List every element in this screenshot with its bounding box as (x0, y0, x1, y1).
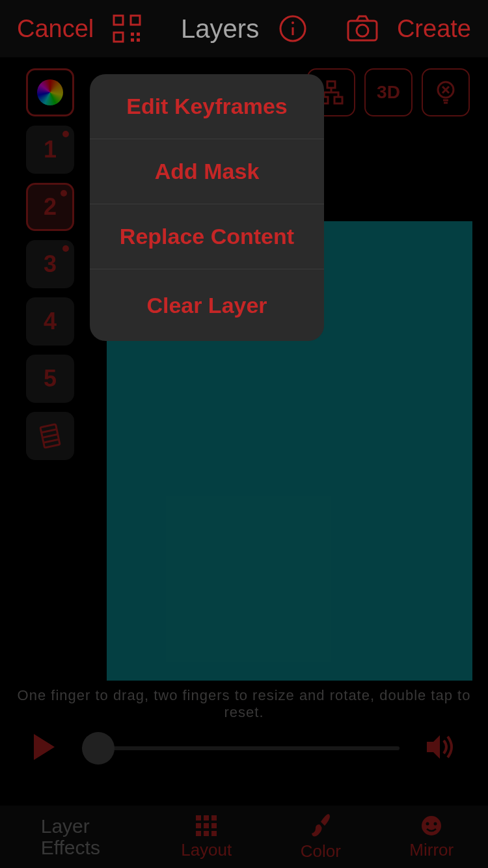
svg-marker-25 (427, 735, 440, 759)
svg-rect-5 (131, 38, 134, 42)
layer-context-menu: Edit Keyframes Add Mask Replace Content … (90, 74, 324, 341)
qr-icon[interactable] (112, 14, 142, 44)
tab-label: Color (301, 841, 341, 861)
svg-marker-24 (34, 734, 55, 760)
page-title: Layers (181, 14, 259, 44)
layer-label: 3 (44, 251, 57, 278)
tab-color[interactable]: Color (301, 813, 341, 861)
indicator-dot-icon (61, 190, 67, 197)
layer-sidebar: 1 2 3 4 5 (26, 68, 74, 460)
lightbulb-x-icon (433, 79, 459, 105)
menu-add-mask[interactable]: Add Mask (90, 139, 324, 204)
svg-line-13 (42, 429, 57, 433)
svg-line-14 (42, 435, 57, 438)
tab-label: Mirror (409, 840, 454, 860)
top-bar: Cancel Layers (0, 0, 488, 57)
info-icon[interactable] (278, 14, 307, 43)
color-picker-button[interactable] (26, 68, 74, 116)
svg-rect-28 (211, 815, 217, 821)
3d-button[interactable]: 3D (364, 68, 413, 116)
menu-edit-keyframes[interactable]: Edit Keyframes (90, 74, 324, 139)
layer-effects-label: Layer Effects (34, 815, 113, 858)
layer-2-button[interactable]: 2 (26, 183, 74, 231)
indicator-dot-icon (62, 245, 69, 252)
svg-rect-31 (211, 823, 217, 828)
layer-4-button[interactable]: 4 (26, 297, 74, 346)
layer-3-button[interactable]: 3 (26, 240, 74, 288)
volume-button[interactable] (426, 734, 455, 763)
svg-rect-34 (211, 831, 217, 836)
svg-rect-16 (327, 81, 335, 88)
svg-rect-32 (196, 831, 201, 836)
svg-point-35 (422, 816, 441, 835)
layer-1-button[interactable]: 1 (26, 126, 74, 174)
slider-track (82, 746, 400, 750)
filmstrip-icon (36, 422, 64, 450)
menu-clear-layer[interactable]: Clear Layer (90, 269, 324, 341)
svg-rect-0 (114, 16, 123, 25)
svg-rect-1 (131, 16, 140, 25)
svg-rect-3 (131, 33, 134, 36)
svg-rect-26 (196, 815, 201, 821)
timeline-slider[interactable] (82, 746, 400, 750)
svg-point-11 (357, 25, 368, 36)
three-d-label: 3D (377, 82, 400, 103)
play-button[interactable] (33, 733, 56, 764)
svg-rect-27 (204, 815, 209, 821)
grid-icon (195, 814, 218, 837)
layer-label: 2 (44, 193, 57, 221)
svg-rect-2 (114, 33, 123, 42)
svg-rect-33 (204, 831, 209, 836)
color-wheel-icon (37, 79, 63, 105)
svg-point-9 (291, 21, 294, 24)
layer-5-button[interactable]: 5 (26, 355, 74, 403)
layer-label: 4 (44, 308, 57, 335)
svg-rect-4 (137, 33, 140, 36)
tab-label: Layout (181, 840, 232, 860)
svg-rect-18 (334, 97, 342, 103)
bottom-tab-bar: Layer Effects Layout Color Mirror (0, 806, 488, 868)
menu-replace-content[interactable]: Replace Content (90, 204, 324, 269)
svg-rect-6 (137, 38, 140, 42)
layer-label: 1 (44, 136, 57, 163)
brush-icon (309, 813, 332, 839)
indicator-dot-icon (62, 131, 69, 137)
layer-label: 5 (44, 365, 57, 392)
svg-rect-30 (204, 823, 209, 828)
face-icon (420, 814, 443, 837)
svg-point-36 (426, 822, 429, 825)
playback-bar (0, 726, 488, 771)
svg-line-15 (44, 439, 59, 442)
gesture-hint: One finger to drag, two fingers to resiz… (0, 687, 488, 721)
keyframes-button[interactable] (26, 412, 74, 460)
cancel-button[interactable]: Cancel (17, 15, 94, 43)
camera-icon[interactable] (346, 14, 379, 43)
lightbulb-button[interactable] (422, 68, 470, 116)
tab-layout[interactable]: Layout (181, 814, 232, 860)
create-button[interactable]: Create (397, 15, 471, 43)
tool-buttons: 3D (307, 68, 470, 116)
slider-knob[interactable] (82, 732, 115, 765)
tab-mirror[interactable]: Mirror (409, 814, 454, 860)
svg-point-37 (434, 822, 437, 825)
svg-rect-29 (196, 823, 201, 828)
